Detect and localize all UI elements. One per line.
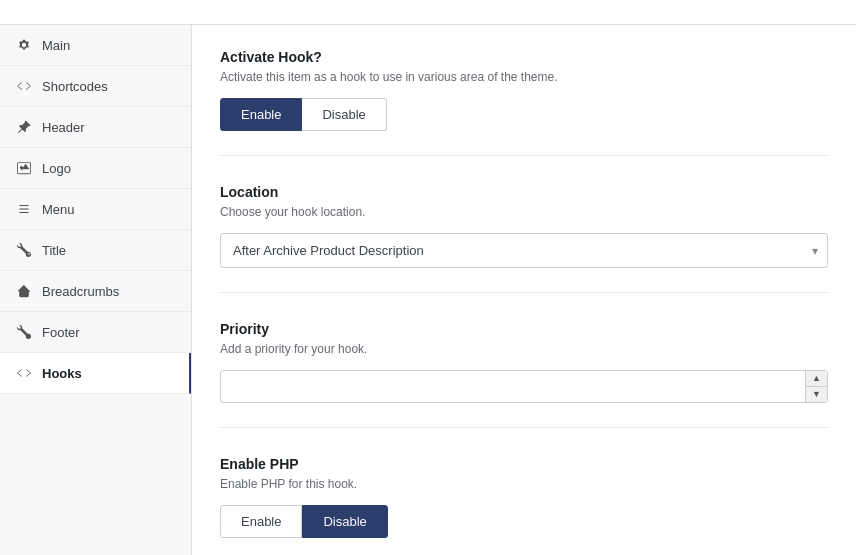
sidebar-item-label: Main: [42, 38, 70, 53]
section-priority: PriorityAdd a priority for your hook.▲▼: [220, 321, 828, 428]
section-title: Priority: [220, 321, 828, 337]
image-icon: [16, 160, 32, 176]
page-wrapper: MainShortcodesHeaderLogoMenuTitleBreadcr…: [0, 0, 856, 555]
toggle-group: EnableDisable: [220, 98, 828, 131]
sidebar-item-footer[interactable]: Footer: [0, 312, 191, 353]
sidebar-item-main[interactable]: Main: [0, 25, 191, 66]
page-title: [0, 0, 856, 24]
sidebar-item-shortcodes[interactable]: Shortcodes: [0, 66, 191, 107]
section-location: LocationChoose your hook location.After …: [220, 184, 828, 293]
section-activate-hook: Activate Hook?Activate this item as a ho…: [220, 49, 828, 156]
sidebar-item-hooks[interactable]: Hooks: [0, 353, 191, 394]
gear-icon: [16, 37, 32, 53]
enable-button[interactable]: Enable: [220, 505, 302, 538]
section-desc: Activate this item as a hook to use in v…: [220, 70, 828, 84]
sidebar-item-label: Header: [42, 120, 85, 135]
spinner-buttons: ▲▼: [805, 371, 827, 402]
section-title: Enable PHP: [220, 456, 828, 472]
section-desc: Choose your hook location.: [220, 205, 828, 219]
sidebar: MainShortcodesHeaderLogoMenuTitleBreadcr…: [0, 25, 192, 555]
location-select[interactable]: After Archive Product DescriptionBefore …: [220, 233, 828, 268]
priority-input[interactable]: [220, 370, 828, 403]
decrement-button[interactable]: ▼: [805, 387, 827, 402]
section-enable-php: Enable PHPEnable PHP for this hook.Enabl…: [220, 456, 828, 555]
toggle-group: EnableDisable: [220, 505, 828, 538]
disable-button[interactable]: Disable: [302, 98, 386, 131]
pin-icon: [16, 119, 32, 135]
disable-button[interactable]: Disable: [302, 505, 387, 538]
number-input-wrapper: ▲▼: [220, 370, 828, 403]
menu-icon: [16, 201, 32, 217]
home-icon: [16, 283, 32, 299]
sidebar-item-title[interactable]: Title: [0, 230, 191, 271]
sidebar-item-label: Footer: [42, 325, 80, 340]
code2-icon: [16, 365, 32, 381]
section-desc: Enable PHP for this hook.: [220, 477, 828, 491]
select-wrapper: After Archive Product DescriptionBefore …: [220, 233, 828, 268]
content-area: MainShortcodesHeaderLogoMenuTitleBreadcr…: [0, 24, 856, 555]
sidebar-item-menu[interactable]: Menu: [0, 189, 191, 230]
sidebar-item-label: Hooks: [42, 366, 82, 381]
sidebar-item-header[interactable]: Header: [0, 107, 191, 148]
sidebar-item-label: Logo: [42, 161, 71, 176]
sidebar-item-label: Breadcrumbs: [42, 284, 119, 299]
wrench-icon: [16, 242, 32, 258]
sidebar-item-logo[interactable]: Logo: [0, 148, 191, 189]
sidebar-item-label: Shortcodes: [42, 79, 108, 94]
code-icon: [16, 78, 32, 94]
enable-button[interactable]: Enable: [220, 98, 302, 131]
sidebar-item-label: Title: [42, 243, 66, 258]
section-title: Location: [220, 184, 828, 200]
main-content: Activate Hook?Activate this item as a ho…: [192, 25, 856, 555]
section-title: Activate Hook?: [220, 49, 828, 65]
wrench2-icon: [16, 324, 32, 340]
sidebar-item-label: Menu: [42, 202, 75, 217]
section-desc: Add a priority for your hook.: [220, 342, 828, 356]
sidebar-item-breadcrumbs[interactable]: Breadcrumbs: [0, 271, 191, 312]
increment-button[interactable]: ▲: [805, 371, 827, 387]
